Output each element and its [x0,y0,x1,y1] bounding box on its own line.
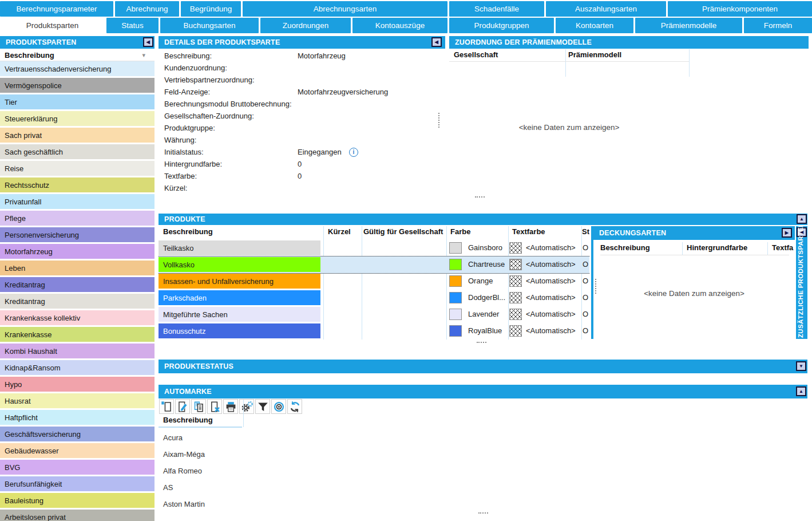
field-value[interactable]: 0 [298,172,302,180]
splitter-handle[interactable] [438,113,439,128]
textcolor-swatch[interactable] [509,242,522,254]
sidebar-item[interactable]: Tier [0,94,155,109]
list-item[interactable]: AS [163,479,173,496]
tab-abrechnungsarten[interactable]: Abrechnungsarten [243,1,447,17]
splitter-handle[interactable] [595,279,596,294]
tab-formeln[interactable]: Formeln [744,18,812,33]
cell-beschreibung[interactable]: Bonusschutz [159,323,320,338]
list-item[interactable]: Alfa Romeo [163,463,202,479]
sidebar-item[interactable]: Reise [0,161,155,176]
tab-prämienmodelle[interactable]: Prämienmodelle [635,18,742,33]
tab-buchungsarten[interactable]: Buchungsarten [160,18,259,33]
sidebar-column-header[interactable]: Beschreibung [5,51,54,60]
sidebar-item[interactable]: Kidnap&Ransom [0,360,155,375]
sidebar-item[interactable]: Personenversicherung [0,227,155,242]
column-status[interactable]: St [582,227,589,236]
column-farbe[interactable]: Farbe [450,227,470,236]
tab-berechnungsparameter[interactable]: Berechnungsparameter [0,1,113,17]
cell-beschreibung[interactable]: Parkschaden [159,290,320,305]
textcolor-swatch[interactable] [509,309,522,320]
table-row[interactable]: Bonusschutz RoyalBlue <Automatisch> O [159,323,589,340]
zusaetzliche-produktsparten-strip[interactable]: ◀ ZUSÄTZLICHE PRODUKTSPARTEN [796,226,807,339]
print-icon[interactable] [223,399,238,414]
tab-abrechnung[interactable]: Abrechnung [115,1,179,17]
sidebar-item[interactable]: Motorfahrzeug [0,244,155,259]
sort-arrow-icon[interactable] [142,52,145,59]
tab-kontoarten[interactable]: Kontoarten [556,18,633,33]
cell-status[interactable]: O [583,326,589,335]
cell-textfarbe[interactable]: <Automatisch> [526,310,576,318]
field-value[interactable]: 0 [298,160,302,168]
tab-zuordnungen[interactable]: Zuordnungen [260,18,351,33]
tab-auszahlungsarten[interactable]: Auszahlungsarten [546,1,666,17]
filter-icon[interactable] [255,399,270,414]
cell-beschreibung[interactable]: Mitgeführte Sachen [159,307,320,322]
color-swatch[interactable] [449,259,462,270]
info-icon[interactable] [349,148,358,157]
splitter-handle[interactable] [477,342,486,343]
color-swatch[interactable] [449,309,462,320]
sidebar-item[interactable]: Bauleistung [0,493,155,508]
list-item[interactable]: Aixam-Méga [163,446,205,463]
sidebar-item[interactable]: Leben [0,260,155,275]
copy-icon[interactable] [191,399,206,414]
cell-farbe[interactable]: Orange [468,277,493,285]
tab-kontoauszüge[interactable]: Kontoauszüge [352,18,447,33]
column-textfarbe[interactable]: Textfa [772,243,793,252]
cell-farbe[interactable]: DodgerBl... [468,293,505,302]
textcolor-swatch[interactable] [509,325,522,337]
tab-prämienkomponenten[interactable]: Prämienkomponenten [668,1,812,17]
color-swatch[interactable] [449,292,462,303]
collapse-left-icon[interactable]: ◀ [431,37,442,47]
cell-farbe[interactable]: Lavender [468,310,499,318]
sidebar-item[interactable]: Hausrat [0,393,155,408]
list-item[interactable]: Aston Martin [163,496,205,512]
cell-status[interactable]: O [583,293,589,302]
field-value[interactable]: Motorfahrzeugversicherung [298,88,388,96]
sidebar-item[interactable]: Gebäudewasser [0,443,155,458]
column-praemienmodell[interactable]: Prämienmodell [568,50,621,59]
cell-textfarbe[interactable]: <Automatisch> [526,277,576,285]
textcolor-swatch[interactable] [509,292,522,303]
field-value[interactable]: Eingegangen [298,148,342,156]
cell-beschreibung[interactable]: Vollkasko [159,257,320,272]
sidebar-item[interactable]: Hypo [0,377,155,392]
sidebar-item[interactable]: Krankenkasse kollektiv [0,310,155,325]
sidebar-item[interactable]: Geschäftsversicherung [0,427,155,441]
sidebar-item[interactable]: Pflege [0,211,155,226]
cell-farbe[interactable]: Chartreuse [468,260,505,269]
expand-down-icon[interactable]: ▼ [796,361,806,371]
cell-status[interactable]: O [583,243,589,252]
textcolor-swatch[interactable] [509,259,522,270]
field-value[interactable]: Motorfahrzeug [298,52,346,60]
new-document-icon[interactable] [159,399,174,414]
sidebar-item[interactable]: Privatunfall [0,194,155,209]
sidebar-item[interactable]: Sach geschäftlich [0,144,155,159]
collapse-up-icon[interactable]: ▲ [796,386,806,396]
edit-icon[interactable] [175,399,190,414]
table-row[interactable]: Mitgeführte Sachen Lavender <Automatisch… [159,306,589,323]
cell-status[interactable]: O [583,310,589,318]
column-gueltig[interactable]: Gültig für Gesellschaft [363,227,443,236]
splitter-handle[interactable] [475,196,485,198]
sidebar-item[interactable]: Kombi Haushalt [0,344,155,358]
column-beschreibung[interactable]: Beschreibung [600,243,650,252]
column-textfarbe[interactable]: Textfarbe [512,227,545,236]
cell-status[interactable]: O [583,260,589,269]
sidebar-item[interactable]: Krankenkasse [0,327,155,342]
sidebar-item[interactable]: Haftpflicht [0,410,155,425]
sidebar-item[interactable]: Berufsunfähigkeit [0,476,155,491]
collapse-up-icon[interactable]: ▲ [797,214,807,224]
tab-produktsparten[interactable]: Produktsparten [0,18,105,33]
refresh-icon[interactable] [287,399,302,414]
cell-status[interactable]: O [583,277,589,285]
column-hintergrundfarbe[interactable]: Hintergrundfarbe [687,243,747,252]
cell-farbe[interactable]: RoyalBlue [468,326,502,335]
cell-textfarbe[interactable]: <Automatisch> [526,293,576,302]
tab-status[interactable]: Status [106,18,159,33]
table-row[interactable]: Teilkasko Gainsboro <Automatisch> O [159,240,589,256]
column-gesellschaft[interactable]: Gesellschaft [454,50,498,59]
cell-textfarbe[interactable]: <Automatisch> [526,260,576,269]
sidebar-item[interactable]: Vertrauensschadenversicherung [0,61,155,76]
table-row[interactable]: Parkschaden DodgerBl... <Automatisch> O [159,290,589,306]
